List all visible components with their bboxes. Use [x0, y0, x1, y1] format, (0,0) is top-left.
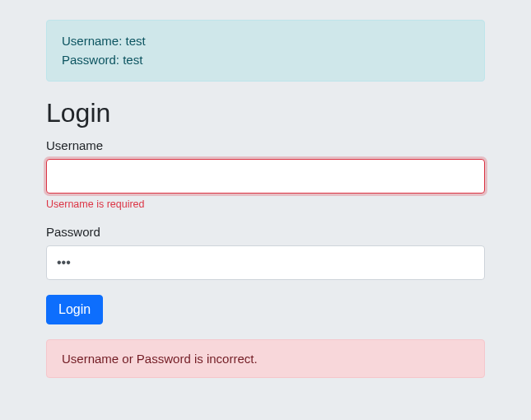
password-label: Password	[46, 225, 485, 239]
page-title: Login	[46, 98, 485, 128]
password-input[interactable]	[46, 245, 485, 280]
info-banner-line1: Username: test	[62, 32, 469, 51]
password-group: Password	[46, 225, 485, 280]
username-label: Username	[46, 138, 485, 152]
info-banner: Username: test Password: test	[46, 20, 485, 82]
login-button[interactable]: Login	[46, 295, 103, 324]
info-banner-line2: Password: test	[62, 51, 469, 70]
username-error-text: Username is required	[46, 198, 485, 210]
username-input[interactable]	[46, 159, 485, 194]
username-group: Username Username is required	[46, 138, 485, 210]
error-banner: Username or Password is incorrect.	[46, 339, 485, 378]
